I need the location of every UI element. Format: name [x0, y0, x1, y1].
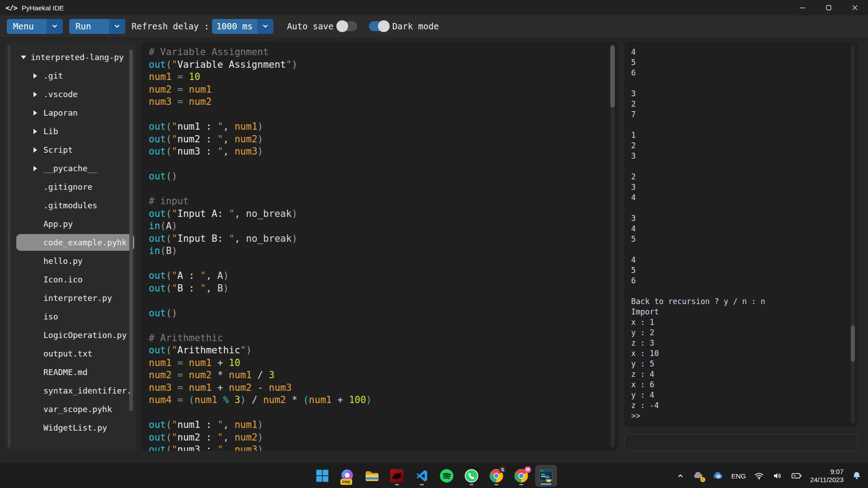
- tree-item-vscode[interactable]: .vscode: [5, 85, 136, 103]
- chevron-right-icon[interactable]: [33, 110, 43, 116]
- tree-item-gitmodules[interactable]: .gitmodules: [5, 196, 136, 215]
- refresh-delay-label: Refresh delay :: [132, 21, 209, 31]
- tree-item-label: var_scope.pyhk: [43, 404, 112, 414]
- tree-item-git[interactable]: .git: [5, 66, 136, 85]
- tree-item-interpreter-py[interactable]: interpreter.py: [5, 289, 136, 307]
- tree-item-laporan[interactable]: Laporan: [5, 103, 136, 122]
- auto-save-toggle[interactable]: [337, 21, 357, 31]
- code-line: out("B : ", B): [149, 282, 604, 295]
- chevron-right-icon[interactable]: [33, 73, 43, 79]
- tree-item-pycache[interactable]: __pycache__: [5, 159, 136, 178]
- console-input-field[interactable]: [624, 434, 858, 451]
- tree-item-label: README.md: [43, 367, 88, 377]
- code-line: # Variable Assignment: [149, 46, 604, 59]
- spotify-button[interactable]: [436, 465, 458, 487]
- wifi-icon[interactable]: [754, 470, 764, 481]
- tree-item-lib[interactable]: Lib: [5, 122, 136, 141]
- taskbar: PRE: [0, 463, 868, 488]
- running-indicator: [420, 484, 424, 485]
- tree-item-output-txt[interactable]: output.txt: [5, 344, 136, 363]
- minimize-button[interactable]: [789, 0, 816, 15]
- editor-scrollbar-thumb[interactable]: [610, 45, 615, 108]
- code-line: # input: [149, 195, 604, 208]
- chevron-right-icon[interactable]: [33, 166, 43, 171]
- output-line: 6: [631, 68, 847, 78]
- system-tray: ! ENG: [676, 463, 868, 488]
- output-line: y : 2: [631, 328, 847, 338]
- file-explorer-icon: [364, 468, 380, 483]
- code-editor[interactable]: # Variable Assignmentout("Variable Assig…: [141, 42, 618, 451]
- onedrive-alert-icon[interactable]: !: [692, 470, 704, 482]
- output-line: 1: [631, 130, 847, 141]
- language-indicator[interactable]: ENG: [731, 472, 746, 480]
- output-scrollbar-track[interactable]: [851, 45, 855, 423]
- dragon-app-button[interactable]: [386, 465, 408, 487]
- refresh-delay-value: 1000 ms: [212, 19, 257, 34]
- output-line: y : 4: [631, 390, 847, 400]
- file-explorer-button[interactable]: [361, 465, 383, 487]
- chrome-profile-1-button[interactable]: ⇅: [486, 465, 507, 487]
- chevron-right-icon[interactable]: [33, 92, 43, 97]
- code-line: num2 = num1: [149, 84, 604, 96]
- chevron-down-icon[interactable]: [257, 19, 274, 34]
- code-line: num1 = num1 + 10: [149, 357, 604, 370]
- maximize-button[interactable]: [816, 0, 842, 15]
- windows-start-button[interactable]: [311, 465, 333, 487]
- chevron-right-icon[interactable]: [33, 129, 43, 134]
- vscode-button[interactable]: [411, 465, 433, 487]
- chevron-right-icon[interactable]: [33, 147, 43, 153]
- tree-scrollbar-thumb[interactable]: [129, 50, 133, 411]
- output-scrollbar-thumb[interactable]: [851, 325, 855, 361]
- output-line: [631, 120, 847, 130]
- notification-bell-icon[interactable]: [851, 470, 862, 481]
- titlebar: </> PyHaekal IDE: [0, 0, 868, 15]
- maximize-icon: [826, 5, 832, 11]
- tree-item-widgetlist-py[interactable]: WidgetList.py: [5, 418, 136, 437]
- onedrive-sync-icon[interactable]: [712, 470, 724, 482]
- output-line: x : 10: [631, 348, 847, 359]
- output-line: 4: [631, 255, 847, 265]
- spotify-icon: [439, 468, 454, 483]
- clock[interactable]: 9:07 24/11/2023: [810, 468, 844, 484]
- run-dropdown[interactable]: Run: [69, 19, 125, 34]
- tree-item-syntax-identifier[interactable]: syntax_identifier.: [5, 381, 136, 400]
- tree-item-gitignore[interactable]: .gitignore: [5, 178, 136, 196]
- toggle-knob: [378, 20, 390, 32]
- tree-item-interpreted-lang-py[interactable]: interpreted-lang-py: [5, 48, 136, 66]
- chevron-down-icon[interactable]: [21, 56, 31, 59]
- tree-item-logicoperation-py[interactable]: LogicOperation.py: [5, 326, 136, 344]
- code-line: num3 = num1 + num2 - num3: [149, 382, 604, 394]
- chrome-profile-2-button[interactable]: M: [510, 465, 532, 487]
- tree-item-app-py[interactable]: App.py: [5, 215, 136, 233]
- pyhaekal-app-button[interactable]: [535, 465, 557, 487]
- menu-dropdown[interactable]: Menu: [7, 19, 63, 34]
- tree-item-icon-ico[interactable]: Icon.ico: [5, 270, 136, 289]
- battery-icon[interactable]: [791, 470, 802, 482]
- chevron-down-icon[interactable]: [109, 19, 125, 34]
- tree-item-var-scope-pyhk[interactable]: var_scope.pyhk: [5, 400, 136, 418]
- output-line: Back to recursion ? y / n : n: [631, 296, 847, 307]
- chevron-down-icon[interactable]: [47, 19, 63, 34]
- whatsapp-button[interactable]: [461, 465, 482, 487]
- tree-item-label: Script: [43, 145, 73, 155]
- profile-m-badge: M: [524, 466, 531, 473]
- code-line: in(A): [149, 220, 604, 233]
- tray-chevron-up-icon[interactable]: [676, 472, 684, 480]
- tree-item-iso[interactable]: iso: [5, 307, 136, 326]
- output-line: 6: [631, 276, 847, 286]
- refresh-delay-dropdown[interactable]: 1000 ms: [212, 19, 274, 34]
- dark-mode-toggle[interactable]: [369, 21, 389, 31]
- output-line: [631, 244, 847, 255]
- close-button[interactable]: [842, 0, 868, 15]
- tree-item-code-example-pyhk[interactable]: code_example.pyhk: [5, 233, 136, 252]
- output-line: 5: [631, 234, 847, 244]
- code-line: out("Input A: ", no_break): [149, 208, 604, 221]
- copilot-button[interactable]: PRE: [336, 465, 358, 487]
- tree-item-hello-py[interactable]: hello.py: [5, 252, 136, 270]
- tree-item-readme-md[interactable]: README.md: [5, 363, 136, 381]
- tree-item-script[interactable]: Script: [5, 141, 136, 159]
- volume-icon[interactable]: [772, 470, 783, 481]
- tree-item-label: syntax_identifier.: [43, 386, 132, 395]
- tree-item-label: .git: [43, 71, 63, 80]
- close-icon: [852, 5, 858, 11]
